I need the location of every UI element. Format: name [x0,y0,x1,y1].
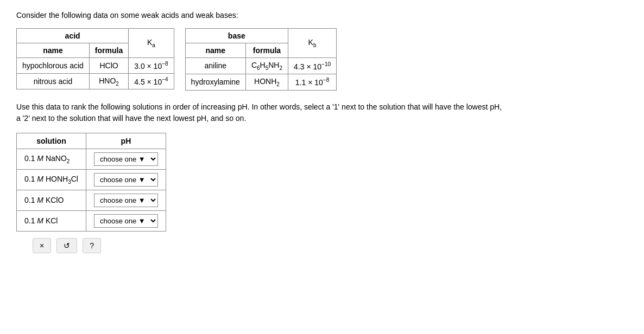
reset-button[interactable]: ↺ [56,238,77,253]
solution-row1-ph-cell: choose one ▼ 1 2 3 4 [86,149,166,169]
solution-row2-ph-cell: choose one ▼ 1 2 3 4 [86,169,166,190]
solution-row1-label: 0.1 M NaNO2 [17,149,86,169]
kb-subscript: b [313,42,317,48]
help-button[interactable]: ? [83,238,101,253]
acid-row1-name: hypochlorous acid [17,58,90,74]
ka-label: K [147,38,152,47]
base-row1-kb: 4.3 × 10−10 [288,58,337,74]
base-col2-header: formula [245,43,288,58]
solution-row1-dropdown[interactable]: choose one ▼ 1 2 3 4 [94,152,158,166]
solution-row2-dropdown[interactable]: choose one ▼ 1 2 3 4 [94,173,158,187]
table-row: 0.1 M KClO choose one ▼ 1 2 3 4 [17,190,166,210]
description-text: Use this data to rank the following solu… [16,101,505,124]
solution-row3-label: 0.1 M KClO [17,190,86,210]
ph-col-header: pH [86,133,166,149]
clear-button[interactable]: × [33,238,51,253]
solution-row2-label: 0.1 M HONH3Cl [17,169,86,190]
base-title: base [185,29,288,43]
acid-col2-header: formula [89,43,128,58]
solution-row4-dropdown[interactable]: choose one ▼ 1 2 3 4 [94,214,158,228]
base-row1-name: aniline [185,58,245,74]
base-table: base Kb name formula aniline C6H5NH2 4.3… [185,28,337,91]
table-row: 0.1 M NaNO2 choose one ▼ 1 2 3 4 [17,149,166,169]
acid-row2-name: nitrous acid [17,73,90,89]
action-buttons-row: × ↺ ? [33,238,628,253]
solution-table: solution pH 0.1 M NaNO2 choose one ▼ 1 2… [16,133,166,232]
base-row2-formula: HONH2 [245,74,288,90]
acid-row2-ka: 4.5 × 10−4 [129,73,174,89]
tables-container: acid Ka name formula hypochlorous acid H… [16,28,628,91]
solution-col-header: solution [17,133,86,149]
base-row2-name: hydroxylamine [185,74,245,90]
acid-col1-header: name [17,43,90,58]
kb-label: K [308,38,313,47]
solution-row3-ph-cell: choose one ▼ 1 2 3 4 [86,190,166,210]
solution-row3-dropdown[interactable]: choose one ▼ 1 2 3 4 [94,194,158,207]
solution-row4-ph-cell: choose one ▼ 1 2 3 4 [86,210,166,231]
base-row2-kb: 1.1 × 10−8 [288,74,337,90]
kb-header: Kb [288,29,337,58]
table-row: 0.1 M HONH3Cl choose one ▼ 1 2 3 4 [17,169,166,190]
acid-row1-formula: HClO [89,58,128,74]
ka-subscript: a [152,42,155,48]
solution-row4-label: 0.1 M KCl [17,210,86,231]
acid-row1-ka: 3.0 × 10−8 [129,58,174,74]
acid-row2-formula: HNO2 [89,73,128,89]
base-row1-formula: C6H5NH2 [245,58,288,74]
base-col1-header: name [185,43,245,58]
table-row: 0.1 M KCl choose one ▼ 1 2 3 4 [17,210,166,231]
acid-title: acid [17,29,129,43]
intro-text: Consider the following data on some weak… [16,11,628,20]
acid-table: acid Ka name formula hypochlorous acid H… [16,28,174,89]
ka-header: Ka [129,29,174,58]
